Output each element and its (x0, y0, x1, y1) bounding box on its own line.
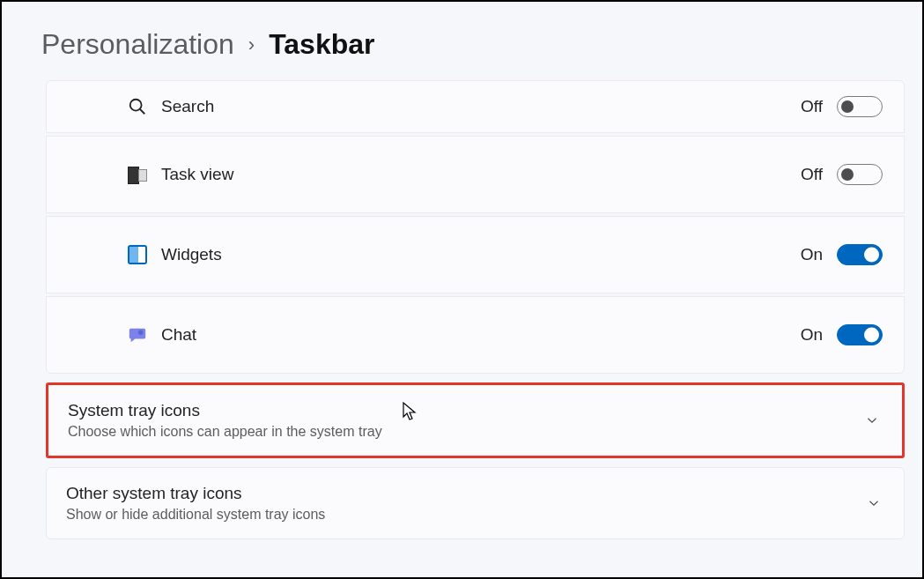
toggle-state-label: On (801, 245, 823, 264)
expander-title: System tray icons (68, 401, 863, 420)
setting-label: Chat (161, 325, 801, 345)
toggle-state-label: On (801, 325, 823, 345)
expander-subtitle: Show or hide additional system tray icon… (66, 507, 865, 523)
chat-toggle[interactable] (837, 324, 883, 345)
setting-label: Search (161, 97, 801, 116)
setting-label: Widgets (161, 245, 801, 264)
chevron-right-icon: › (248, 33, 255, 56)
svg-point-2 (138, 330, 144, 336)
taskbar-item-search: Search Off (46, 80, 905, 133)
taskview-toggle[interactable] (837, 164, 883, 185)
expander-system-tray-icons[interactable]: System tray icons Choose which icons can… (46, 382, 905, 458)
taskbar-item-taskview: Task view Off (46, 136, 905, 213)
expander-other-system-tray-icons[interactable]: Other system tray icons Show or hide add… (46, 467, 905, 539)
taskbar-item-widgets: Widgets On (46, 216, 905, 293)
chevron-down-icon (865, 494, 883, 512)
svg-line-1 (140, 109, 145, 115)
breadcrumb: Personalization › Taskbar (2, 2, 922, 80)
search-icon (126, 95, 149, 118)
breadcrumb-parent[interactable]: Personalization (41, 28, 234, 61)
toggle-state-label: Off (801, 165, 823, 184)
expander-title: Other system tray icons (66, 484, 865, 503)
widgets-icon (126, 243, 149, 266)
toggle-state-label: Off (801, 97, 823, 116)
chat-icon (126, 323, 149, 346)
chevron-down-icon (863, 412, 881, 429)
breadcrumb-current: Taskbar (269, 28, 374, 61)
expander-subtitle: Choose which icons can appear in the sys… (68, 424, 863, 440)
taskview-icon (126, 163, 149, 186)
widgets-toggle[interactable] (837, 244, 883, 265)
search-toggle[interactable] (837, 96, 883, 117)
svg-point-0 (130, 100, 142, 111)
taskbar-item-chat: Chat On (46, 296, 905, 374)
setting-label: Task view (161, 165, 801, 184)
